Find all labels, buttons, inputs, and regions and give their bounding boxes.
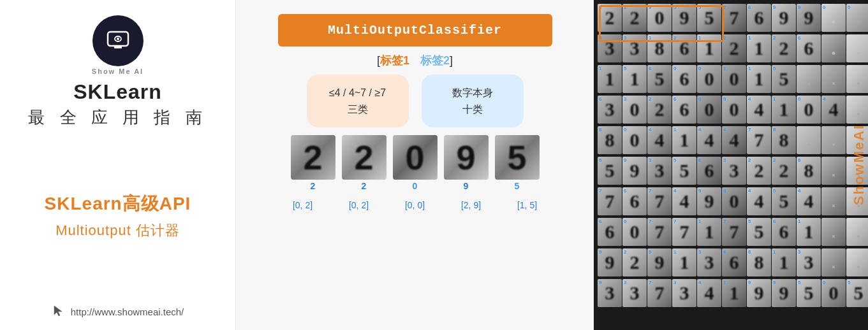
mnist-cell: 99 [797, 4, 821, 32]
label-box-orange: ≤4 / 4~7 / ≥7三类 [307, 75, 409, 127]
logo-area: Show Me AI SKLearn 最 全 应 用 指 南 [28, 15, 207, 129]
right-panel: 22 22 90 59 55 77 66 99 99 0. 0. 83 33 1… [594, 0, 868, 330]
mnist-cell: 88 [772, 126, 796, 154]
pred-3: [2, 9] [449, 200, 494, 210]
mnist-cell: 44 [722, 126, 746, 154]
tag1-label: 标签1 [380, 53, 409, 68]
mnist-cell: . [821, 187, 846, 215]
mnist-cell: 55 [797, 279, 821, 307]
pred-2: [0, 0] [393, 200, 438, 210]
mnist-cell: 55 [672, 157, 696, 185]
mnist-cell: . [821, 157, 846, 185]
mnist-cell: 66 [747, 4, 771, 32]
mnist-cell: 33 [647, 157, 672, 185]
mnist-cell: 55 [772, 65, 796, 93]
pred-1: [0, 2] [337, 200, 381, 210]
mnist-cell: . [821, 126, 846, 154]
watermark: ShowMeAI [844, 32, 868, 298]
mnist-cell: 33 [622, 279, 647, 307]
estimator-title: Multioutput 估计器 [55, 221, 180, 240]
digit-img-4: 5 [495, 135, 540, 180]
mnist-cell: 66 [697, 157, 721, 185]
mnist-cell: . [821, 34, 846, 62]
watermark-text: ShowMeAI [851, 124, 867, 205]
mnist-cell: 99 [772, 4, 796, 32]
cursor-icon [52, 305, 66, 319]
mnist-cell: 63 [598, 96, 622, 124]
mnist-cell: 0. [821, 4, 846, 32]
sklearn-title: SKLearn [73, 80, 162, 104]
digit-img-3: 9 [444, 135, 489, 180]
tags-row: [ 标签1 标签2 ] [377, 53, 453, 68]
mnist-cell: 77 [722, 218, 746, 246]
mnist-cell: 44 [747, 187, 771, 215]
mnist-cell: . [821, 65, 846, 93]
mnist-cell: 65 [647, 65, 672, 93]
mnist-cell: 77 [647, 218, 672, 246]
mnist-cell: 11 [797, 218, 821, 246]
mnist-cell: 66 [672, 96, 696, 124]
mnist-cell: 11 [598, 65, 622, 93]
label-box-blue: 数字本身十类 [422, 75, 524, 127]
mnist-cell: 00 [622, 126, 647, 154]
classifier-label: MultiOutputClassifier [328, 23, 502, 38]
mnist-cell: 10 [722, 65, 746, 93]
digit-label-2: 0 [413, 181, 418, 191]
mnist-cell: 33 [697, 248, 721, 276]
mnist-cell: 88 [747, 248, 771, 276]
labels-row: ≤4 / 4~7 / ≥7三类 数字本身十类 [278, 75, 552, 127]
classifier-header: MultiOutputClassifier [278, 14, 552, 47]
mnist-cell: 22 [722, 34, 746, 62]
mnist-cell: 77 [722, 4, 746, 32]
mnist-cell: 77 [647, 187, 672, 215]
pred-0: [0, 2] [281, 200, 325, 210]
mnist-cell: 77 [598, 187, 622, 215]
mnist-cell: 66 [722, 248, 746, 276]
digit-cell-3: 9 9 [444, 135, 489, 191]
left-panel: Show Me AI SKLearn 最 全 应 用 指 南 SKLearn高级… [0, 0, 236, 330]
mnist-cell: 99 [697, 187, 721, 215]
mnist-cell: 99 [622, 157, 647, 185]
mnist-cell: 51 [622, 65, 647, 93]
mnist-cell: 00 [622, 218, 647, 246]
mnist-cell: 55 [747, 218, 771, 246]
mnist-cell: 00 [697, 65, 721, 93]
logo-circle [92, 15, 143, 66]
mnist-cell: 0. [846, 4, 868, 32]
mnist-cell: 11 [722, 279, 746, 307]
mnist-cell: 77 [647, 279, 672, 307]
svg-point-5 [117, 38, 119, 40]
mnist-cell: 33 [722, 157, 746, 185]
mnist-cell: 77 [747, 126, 771, 154]
digit-label-1: 2 [362, 181, 367, 191]
mnist-grid: 22 22 90 59 55 77 66 99 99 0. 0. 83 33 1… [594, 0, 868, 330]
mnist-cell: 33 [672, 279, 696, 307]
footer-url: http://www.showmeai.tech/ [71, 306, 184, 317]
mnist-cell: 22 [747, 157, 771, 185]
mnist-cell: 88 [598, 126, 622, 154]
mnist-cell: 77 [672, 218, 696, 246]
logo-icon [100, 23, 136, 59]
mnist-cell: . [797, 65, 821, 93]
mnist-cell: 11 [672, 248, 696, 276]
mnist-cell: 00 [722, 96, 746, 124]
footer-link[interactable]: http://www.showmeai.tech/ [52, 305, 184, 319]
digit-cell-0: 2 2 [291, 135, 335, 191]
digit-label-4: 5 [515, 181, 520, 191]
mnist-cell: 66 [598, 218, 622, 246]
mnist-cell: 11 [772, 248, 796, 276]
digit-img-0: 2 [291, 135, 335, 180]
mnist-cell: . [821, 248, 846, 276]
mnist-cell: 11 [697, 218, 721, 246]
mnist-cell: 00 [797, 96, 821, 124]
mnist-cell: 33 [797, 248, 821, 276]
mnist-cell: 44 [672, 187, 696, 215]
predictions-row: [0, 2] [0, 2] [0, 0] [2, 9] [1, 5] [281, 200, 550, 210]
mnist-cell: 00 [821, 279, 846, 307]
pred-4: [1, 5] [505, 200, 550, 210]
api-section: SKLearn高级API Multioutput 估计器 [45, 187, 191, 240]
mnist-cell: 66 [622, 187, 647, 215]
mnist-cell: 44 [797, 187, 821, 215]
logo-label: Show Me AI [92, 68, 143, 75]
subtitle: 最 全 应 用 指 南 [28, 106, 207, 129]
